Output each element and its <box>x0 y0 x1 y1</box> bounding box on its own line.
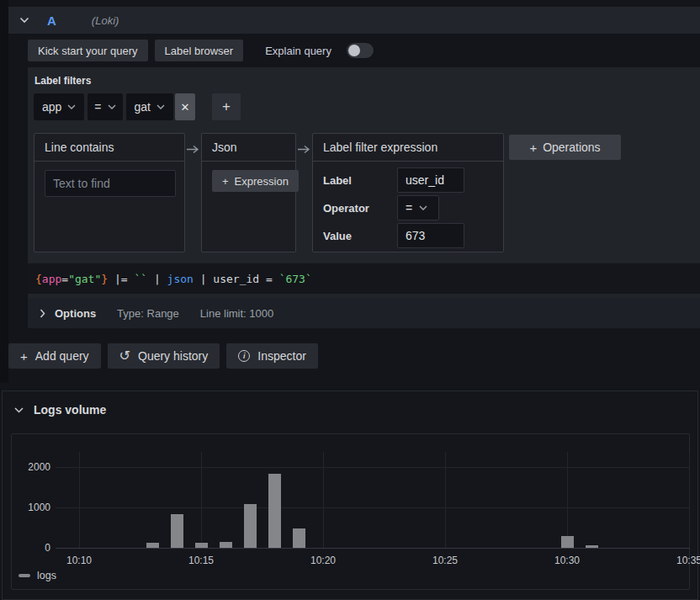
bar-10:30 <box>561 536 574 548</box>
legend-item-logs[interactable]: logs <box>19 570 56 581</box>
x-axis-tick-label: 10:30 <box>549 554 586 567</box>
history-icon: ↺ <box>119 349 130 363</box>
add-filter-button[interactable]: + <box>212 93 241 120</box>
gridline-horizontal <box>56 507 690 508</box>
add-query-label: Add query <box>35 349 89 363</box>
logs-volume-header[interactable]: Logs volume <box>14 403 106 417</box>
x-axis-tick-label: 10:10 <box>61 554 98 567</box>
explain-query-label: Explain query <box>265 45 331 57</box>
bar-10:17 <box>244 504 257 548</box>
chevron-down-icon <box>67 104 76 109</box>
gridline-horizontal <box>56 467 690 468</box>
kick-start-query-button[interactable]: Kick start your query <box>28 40 148 61</box>
remove-filter-button[interactable]: ✕ <box>175 93 195 120</box>
gridline-vertical <box>79 452 80 548</box>
gridline-vertical <box>689 452 690 548</box>
chevron-down-icon <box>156 104 165 109</box>
logs-volume-title: Logs volume <box>34 403 106 417</box>
query-history-label: Query history <box>138 349 208 363</box>
value-field-input[interactable] <box>397 223 464 248</box>
operation-line-contains: Line contains <box>34 133 185 252</box>
operator-field-select[interactable]: = <box>397 195 439 220</box>
chevron-down-icon <box>14 407 24 413</box>
x-axis-tick-label: 10:20 <box>305 554 342 567</box>
y-axis-tick-label: 1000 <box>17 501 50 514</box>
pipeline-arrow-icon <box>187 143 199 157</box>
operation-title: Json <box>202 134 295 162</box>
inspector-button[interactable]: i Inspector <box>226 343 318 369</box>
filter-label-value: app <box>42 100 61 114</box>
logs-volume-panel: Logs volume 01000200010:1010:1510:2010:2… <box>2 390 698 600</box>
legend-series-label: logs <box>37 570 56 581</box>
query-toolbar: Kick start your query Label browser Expl… <box>28 39 374 62</box>
plus-icon: + <box>20 349 28 364</box>
add-expression-button[interactable]: + Expression <box>212 170 299 192</box>
bar-10:13 <box>146 543 159 548</box>
x-axis-tick-label: 10:15 <box>183 554 220 567</box>
operation-title: Label filter expression <box>313 134 503 162</box>
bar-10:15 <box>195 543 208 548</box>
label-filters-row: app = gat ✕ + <box>34 93 241 120</box>
collapse-chevron-down-icon[interactable] <box>19 17 29 24</box>
plus-icon: + <box>529 141 537 155</box>
options-line-limit: Line limit: 1000 <box>200 307 273 320</box>
field-label: Operator <box>323 202 397 215</box>
filter-label-select[interactable]: app <box>34 93 84 120</box>
x-axis-baseline <box>56 548 690 549</box>
filter-value-value: gat <box>135 100 151 114</box>
bar-10:18 <box>268 474 281 548</box>
chevron-down-icon <box>108 104 116 109</box>
options-type: Type: Range <box>117 307 179 320</box>
operations-label: Operations <box>543 141 600 154</box>
y-axis-tick-label: 2000 <box>17 460 50 474</box>
y-axis-tick-label: 0 <box>17 541 50 555</box>
logs-volume-chart: 01000200010:1010:1510:2010:2510:3010:35 … <box>11 433 690 590</box>
bar-10:14 <box>171 514 183 548</box>
options-row[interactable]: Options Type: Range Line limit: 1000 <box>28 298 700 328</box>
left-gutter <box>0 0 8 383</box>
inspector-label: Inspector <box>257 349 306 363</box>
field-label: Label <box>323 174 397 187</box>
bar-10:19 <box>293 528 305 548</box>
x-axis-tick-label: 10:25 <box>427 554 464 567</box>
legend-series-icon <box>19 574 30 577</box>
operation-label-filter-expression: Label filter expression Label Operator =… <box>312 133 504 252</box>
line-contains-input[interactable] <box>45 170 176 197</box>
chevron-down-icon <box>419 205 427 210</box>
chevron-right-icon <box>40 309 45 318</box>
gridline-vertical <box>323 452 324 548</box>
query-preview-code: {app="gat"} |= `` | json | user_id = `67… <box>28 263 700 294</box>
pipeline-arrow-icon <box>298 143 310 157</box>
bar-10:16 <box>220 542 232 548</box>
operation-title: Line contains <box>34 134 184 162</box>
query-history-button[interactable]: ↺ Query history <box>108 343 220 369</box>
info-circle-icon: i <box>238 350 250 362</box>
datasource-hint: (Loki) <box>92 14 119 27</box>
logs-volume-plot: 01000200010:1010:1510:2010:2510:3010:35 <box>12 434 689 589</box>
options-label: Options <box>55 307 96 320</box>
bar-10:31 <box>586 545 598 548</box>
filter-operator-value: = <box>94 100 101 114</box>
label-browser-button[interactable]: Label browser <box>155 40 244 61</box>
add-query-button[interactable]: + Add query <box>8 343 101 369</box>
field-label: Value <box>323 230 397 242</box>
explain-query-toggle[interactable] <box>347 43 374 58</box>
query-ref-id: A <box>47 13 56 28</box>
gridline-vertical <box>201 452 202 548</box>
query-row-header[interactable]: A (Loki) <box>8 7 700 34</box>
toggle-knob <box>348 45 360 56</box>
add-operations-button[interactable]: + Operations <box>509 135 621 160</box>
filter-value-select[interactable]: gat <box>126 93 173 120</box>
gridline-vertical <box>567 452 568 548</box>
operator-field-value: = <box>406 201 412 215</box>
label-field-input[interactable] <box>397 167 464 193</box>
secondary-actions-row: + Add query ↺ Query history i Inspector <box>8 343 318 369</box>
x-axis-tick-label: 10:35 <box>671 554 700 567</box>
gridline-vertical <box>445 452 446 548</box>
expression-label: Expression <box>235 175 289 188</box>
query-builder-panel: Label filters app = gat ✕ + Line contain… <box>28 67 700 328</box>
pipeline-operations-row: Line contains Json + Expression Label fi… <box>34 133 504 252</box>
label-filters-title: Label filters <box>34 75 91 87</box>
plus-icon: + <box>222 175 229 188</box>
filter-operator-select[interactable]: = <box>88 93 122 120</box>
